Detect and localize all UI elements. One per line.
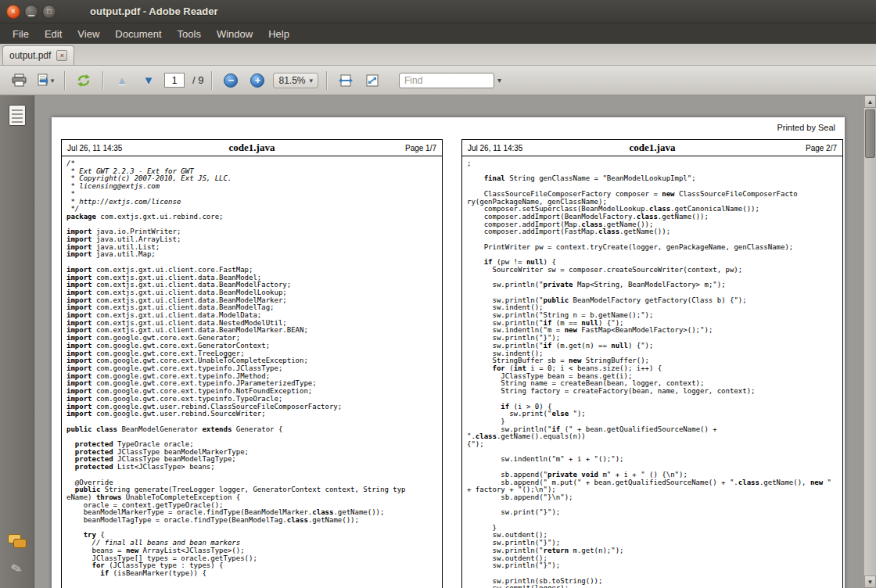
menu-item-window[interactable]: Window: [209, 25, 260, 43]
page-timestamp: Jul 26, 11 14:35: [67, 144, 229, 152]
tab-label: output.pdf: [9, 50, 51, 61]
minimize-icon: ▁: [28, 8, 34, 16]
sync-arrows-icon: [76, 74, 92, 88]
page-count-label: / 9: [192, 74, 203, 86]
code-content: ; final String genClassName = "BeanModel…: [462, 156, 842, 588]
app-window: × ▁ □ output.pdf - Adobe Reader File Edi…: [0, 0, 876, 588]
vertical-scrollbar: ▲ ▼: [863, 95, 876, 588]
zoom-level-dropdown[interactable]: 81.5% ▾: [273, 73, 318, 88]
zoom-level-value: 81.5%: [278, 75, 305, 86]
zoom-out-button[interactable]: −: [220, 70, 242, 91]
scrollbar-down-button[interactable]: ▼: [864, 575, 876, 588]
caret-down-icon: ▾: [51, 77, 55, 84]
up-arrow-icon: ▲: [117, 74, 128, 87]
main-area: ✎ Printed by Seal Jul 26, 11 14:35 code1…: [0, 95, 876, 588]
page-timestamp: Jul 26, 11 14:35: [468, 144, 630, 152]
page-number-label: Page 2/7: [675, 144, 837, 152]
comments-button[interactable]: [8, 534, 27, 561]
pdf-sheet: Printed by Seal Jul 26, 11 14:35 code1.j…: [52, 117, 845, 588]
printed-by-label: Printed by Seal: [777, 123, 835, 132]
scrollbar-track[interactable]: [864, 108, 876, 575]
menu-item-file[interactable]: File: [5, 25, 37, 43]
pdf-page-1: Jul 26, 11 14:35 code1.java Page 1/7 /* …: [61, 139, 443, 588]
window-minimize-button[interactable]: ▁: [24, 5, 38, 19]
page-filename: code1.java: [630, 142, 676, 154]
close-icon: ×: [60, 52, 64, 59]
caret-down-icon: ▾: [310, 77, 314, 84]
zoom-in-button[interactable]: +: [246, 70, 268, 91]
maximize-icon: □: [47, 8, 52, 16]
menu-item-view[interactable]: View: [70, 25, 107, 43]
document-tab[interactable]: output.pdf ×: [2, 45, 74, 65]
page-thumbnail-icon: [9, 105, 26, 126]
zoom-in-icon: +: [250, 74, 264, 88]
print-button[interactable]: [8, 70, 30, 91]
toolbar-separator: [102, 71, 103, 90]
toolbar-separator: [211, 71, 212, 90]
page-number-label: Page 1/7: [275, 144, 436, 152]
up-arrow-icon: ▲: [867, 99, 874, 106]
menu-item-document[interactable]: Document: [107, 25, 169, 43]
find-field-group: ▾: [399, 73, 501, 88]
export-button[interactable]: ▾: [34, 70, 56, 91]
fit-page-icon: [365, 74, 379, 87]
tabbar: output.pdf ×: [0, 44, 876, 66]
down-arrow-icon: ▼: [143, 74, 155, 87]
document-canvas: Printed by Seal Jul 26, 11 14:35 code1.j…: [34, 95, 863, 588]
signatures-button[interactable]: ✎: [11, 561, 22, 588]
page-thumbnails-button[interactable]: [9, 105, 26, 126]
signature-icon: ✎: [9, 560, 24, 579]
code-content: /* * Ext GWT 2.2.3 - Ext for GWT * Copyr…: [62, 156, 442, 578]
window-close-button[interactable]: ×: [6, 5, 20, 19]
close-icon: ×: [11, 8, 16, 16]
page-number-input[interactable]: [164, 73, 185, 88]
menu-item-help[interactable]: Help: [260, 25, 297, 43]
fit-page-button[interactable]: [361, 70, 383, 91]
scrolling-mode-icon: [338, 74, 354, 87]
tab-close-button[interactable]: ×: [56, 50, 67, 61]
find-options-button[interactable]: ▾: [497, 76, 501, 84]
comments-icon: [8, 534, 27, 550]
scrollbar-up-button[interactable]: ▲: [864, 95, 876, 108]
export-icon: [37, 74, 49, 87]
page-header: Jul 26, 11 14:35 code1.java Page 2/7: [462, 140, 842, 156]
next-page-button[interactable]: ▼: [138, 70, 160, 91]
page-filename: code1.java: [229, 142, 275, 154]
down-arrow-icon: ▼: [867, 579, 874, 586]
zoom-out-icon: −: [224, 74, 238, 88]
printer-icon: [12, 74, 27, 87]
collaborate-button[interactable]: [73, 70, 95, 91]
menu-item-edit[interactable]: Edit: [37, 25, 70, 43]
scrollbar-thumb[interactable]: [865, 109, 875, 158]
menubar: File Edit View Document Tools Window Hel…: [0, 23, 876, 44]
window-title: output.pdf - Adobe Reader: [90, 5, 217, 17]
page-header: Jul 26, 11 14:35 code1.java Page 1/7: [62, 140, 442, 156]
navigation-sidebar: ✎: [0, 95, 34, 588]
previous-page-button[interactable]: ▲: [111, 70, 133, 91]
toolbar-separator: [326, 71, 327, 90]
toolbar-separator: [64, 71, 65, 90]
menu-item-tools[interactable]: Tools: [170, 25, 209, 43]
scrolling-mode-button[interactable]: [335, 70, 357, 91]
window-maximize-button[interactable]: □: [42, 5, 56, 19]
pdf-page-2: Jul 26, 11 14:35 code1.java Page 2/7 ; f…: [461, 139, 843, 588]
find-input[interactable]: [399, 73, 494, 88]
titlebar: × ▁ □ output.pdf - Adobe Reader: [0, 0, 876, 23]
toolbar: ▾ ▲ ▼ / 9 − + 81.5% ▾: [0, 66, 876, 95]
